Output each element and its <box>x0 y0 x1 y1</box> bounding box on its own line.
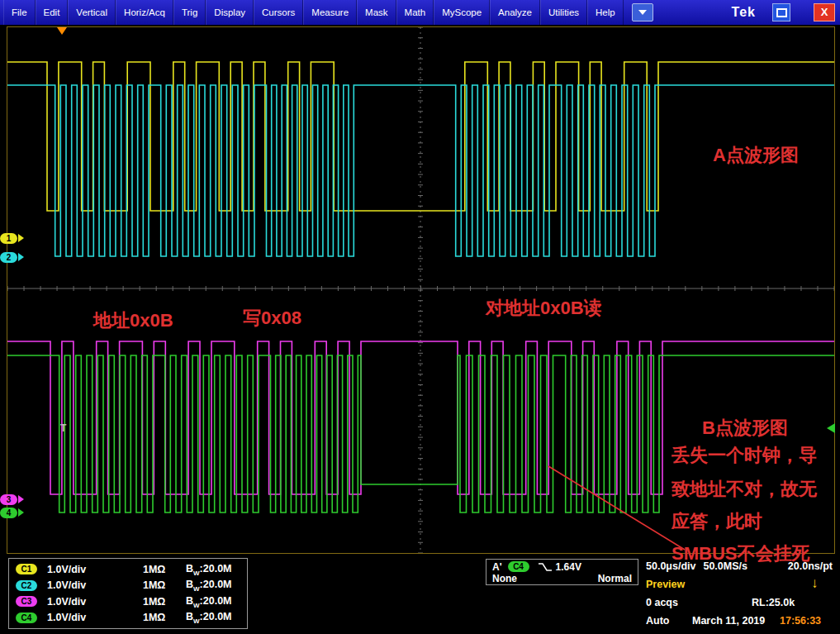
time-readout: 17:56:33 <box>780 615 821 627</box>
acquisition-status: Preview <box>646 579 685 590</box>
channel-4-impedance: 1MΩ <box>143 612 186 623</box>
date-readout: March 11, 2019 <box>692 615 765 627</box>
menu-item-trig[interactable]: Trig <box>173 0 206 25</box>
falling-edge-icon <box>538 562 553 572</box>
annotation-note-line3: 应答，此时 <box>672 509 762 534</box>
chevron-down-icon <box>638 10 647 15</box>
channel-1-readout: C1 1.0V/div 1MΩ BW:20.0M <box>16 562 240 577</box>
channel-1-impedance: 1MΩ <box>143 564 186 575</box>
channel-2-readout: C2 1.0V/div 1MΩ BW:20.0M <box>16 578 240 593</box>
channel-2-label: C2 <box>16 580 37 591</box>
channel-3-readout: C3 1.0V/div 1MΩ BW:20.0M <box>16 594 240 609</box>
menu-item-edit[interactable]: Edit <box>36 0 69 25</box>
trigger-source-badge: C4 <box>508 561 529 572</box>
channel-1-marker[interactable]: 1 <box>0 231 24 245</box>
channel-2-bandwidth: BW:20.0M <box>186 579 232 593</box>
acquisition-count: 0 acqs <box>646 597 678 608</box>
menu-item-measure[interactable]: Measure <box>303 0 357 25</box>
trigger-holdoff: None <box>492 573 517 584</box>
trigger-mode: Normal <box>598 573 632 584</box>
waveform-canvas <box>7 27 834 553</box>
channel-4-arrow-icon <box>18 508 24 517</box>
channel-2-badge: 2 <box>0 252 17 263</box>
channel-2-arrow-icon <box>18 253 24 261</box>
annotation-note-line2: 致地址不对，故无 <box>672 477 817 502</box>
trigger-readout-box: A' C4 1.64V None Normal <box>486 559 638 585</box>
trigger-mode-auto: Auto <box>646 615 669 627</box>
menu-item-cursors[interactable]: Cursors <box>254 0 303 25</box>
annotation-read: 对地址0x0B读 <box>486 296 602 321</box>
channel-4-scale: 1.0V/div <box>47 612 143 623</box>
close-button[interactable]: X <box>814 3 835 21</box>
menu-item-help[interactable]: Help <box>587 0 624 25</box>
minimize-icon <box>776 8 787 17</box>
channel-3-impedance: 1MΩ <box>143 596 186 608</box>
channel-4-marker[interactable]: 4 <box>0 506 24 519</box>
trigger-a-badge: A' <box>492 561 502 573</box>
channel-4-readout: C4 1.0V/div 1MΩ BW:20.0M <box>16 610 240 625</box>
channel-4-bandwidth: BW:20.0M <box>186 611 232 625</box>
menu-item-horiz-acq[interactable]: Horiz/Acq <box>116 0 173 25</box>
oscilloscope-screen: File Edit Vertical Horiz/Acq Trig Displa… <box>0 0 840 634</box>
annotation-note-line1: 丢失一个时钟，导 <box>672 443 817 468</box>
menu-item-mask[interactable]: Mask <box>357 0 396 25</box>
menu-item-utilities[interactable]: Utilities <box>540 0 587 25</box>
channel-2-impedance: 1MΩ <box>143 579 186 591</box>
channel-1-scale: 1.0V/div <box>47 564 143 575</box>
menu-item-math[interactable]: Math <box>396 0 434 25</box>
yellow-down-arrow-icon: ↓ <box>811 575 819 592</box>
channel-4-right-arrow-icon[interactable] <box>827 423 835 433</box>
annotation-address: 地址0x0B <box>93 308 173 333</box>
trigger-position-marker[interactable] <box>57 27 67 35</box>
channel-3-badge: 3 <box>0 494 17 505</box>
channel-3-bandwidth: BW:20.0M <box>186 595 232 609</box>
channel-settings-box: C1 1.0V/div 1MΩ BW:20.0M C2 1.0V/div 1MΩ… <box>8 558 248 629</box>
channel-1-bandwidth: BW:20.0M <box>186 563 232 577</box>
annotation-note-line4: SMBUS不会挂死 <box>672 541 809 566</box>
menu-item-myscope[interactable]: MyScope <box>434 0 490 25</box>
record-length: RL:25.0k <box>752 597 795 608</box>
channel-3-marker[interactable]: 3 <box>0 493 24 506</box>
menu-dropdown-button[interactable] <box>632 3 653 21</box>
tek-logo: Tek <box>732 5 756 20</box>
channel-2-marker[interactable]: 2 <box>0 250 24 264</box>
annotation-write: 写0x08 <box>243 306 301 331</box>
menu-item-file[interactable]: File <box>3 0 36 25</box>
menu-bar: File Edit Vertical Horiz/Acq Trig Displa… <box>0 0 840 25</box>
trigger-point-label: T <box>60 422 66 434</box>
channel-4-label: C4 <box>16 613 37 623</box>
channel-1-arrow-icon <box>18 234 24 242</box>
annotation-point-a: A点波形图 <box>713 143 799 168</box>
channel-1-label: C1 <box>16 564 37 574</box>
annotation-point-b: B点波形图 <box>702 416 788 441</box>
channel-3-scale: 1.0V/div <box>47 596 143 608</box>
minimize-button[interactable] <box>772 3 790 21</box>
menu-item-display[interactable]: Display <box>206 0 254 25</box>
channel-3-arrow-icon <box>18 495 24 503</box>
channel-1-badge: 1 <box>0 233 17 244</box>
channel-3-label: C3 <box>16 596 37 607</box>
waveform-display: T A点波形图 地址0x0B 写0x08 对地址0x0B读 B点波形图 丢失一个… <box>7 26 835 554</box>
channel-2-scale: 1.0V/div <box>47 579 143 591</box>
menu-item-vertical[interactable]: Vertical <box>68 0 116 25</box>
channel-4-badge: 4 <box>0 508 17 518</box>
menu-item-analyze[interactable]: Analyze <box>490 0 540 25</box>
trigger-level: 1.64V <box>556 561 581 573</box>
